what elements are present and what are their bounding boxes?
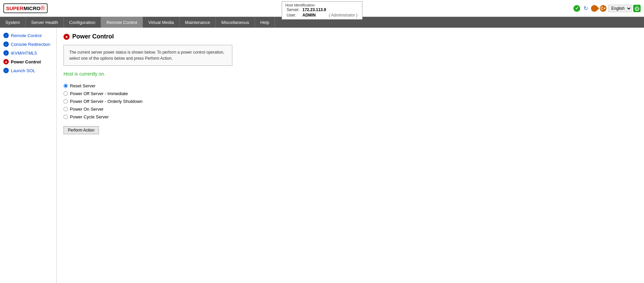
remote-control-icon: › [3,33,9,38]
radio-power-off-immediate-input[interactable] [63,91,68,96]
radio-power-on-input[interactable] [63,107,68,111]
perform-action-button[interactable]: Perform Action [63,126,99,134]
nav-system[interactable]: System [0,17,26,28]
main-layout: › Remote Control › Console Redirection ›… [0,28,644,283]
nav-miscellaneous[interactable]: Miscellaneous [216,17,255,28]
supermicro-logo: SUPERMICRO® [3,3,48,13]
sidebar-remote-control-label: Remote Control [11,33,42,38]
nav-help[interactable]: Help [255,17,275,28]
radio-power-cycle[interactable]: Power Cycle Server [63,114,637,119]
info-text: The current server power status is shown… [69,50,224,61]
nav-server-health[interactable]: Server Health [26,17,63,28]
page-title-icon: ● [63,34,70,40]
radio-power-on-label: Power On Server [70,107,104,112]
sidebar-console-label: Console Redirection [11,42,50,47]
nav-maintenance[interactable]: Maintenance [180,17,216,28]
host-id-title: Host Identification [285,3,359,7]
radio-power-cycle-input[interactable] [63,115,68,119]
radio-power-cycle-label: Power Cycle Server [70,114,109,119]
console-redirection-icon: › [3,41,9,47]
sidebar-item-console-redirection[interactable]: › Console Redirection [0,40,56,49]
power-button[interactable]: ⏻ [633,5,641,12]
host-status: Host is currently on. [63,71,637,77]
launch-sol-icon: › [3,68,9,73]
user-role: ( Administrator ) [328,12,359,18]
power-options-group: Reset Server Power Off Server - Immediat… [63,83,637,119]
cplus-icon: C+ [600,5,607,12]
sidebar-power-control-label: Power Control [11,59,41,64]
user-value: ADMIN [301,12,327,18]
radio-power-off-immediate[interactable]: Power Off Server - Immediate [63,91,637,96]
green-check-icon: ✓ [573,5,580,12]
leaf-icon [590,3,599,13]
radio-power-off-orderly-label: Power Off Server - Orderly Shutdown [70,99,143,104]
cplus-button[interactable]: C+ [599,5,607,12]
user-label: User: [285,12,301,18]
status-icon[interactable]: ✓ [573,5,581,12]
content-area: ● Power Control The current server power… [57,28,644,283]
header-right: ✓ ↻ C+ English ⏻ [573,5,641,12]
sidebar-launch-sol-label: Launch SOL [11,68,35,73]
page-title: Power Control [72,33,114,40]
logo-dot: ® [41,5,45,12]
sidebar: › Remote Control › Console Redirection ›… [0,28,57,283]
info-box: The current server power status is shown… [63,45,232,66]
radio-reset-server[interactable]: Reset Server [63,83,637,88]
radio-reset-server-input[interactable] [63,84,68,88]
radio-power-off-immediate-label: Power Off Server - Immediate [70,91,128,96]
server-label: Server: [285,7,301,12]
power-icon: ⏻ [633,5,641,12]
server-value: 172.23.113.9 [301,7,327,12]
radio-power-on-server[interactable]: Power On Server [63,107,637,112]
sidebar-item-power-control[interactable]: ● Power Control [0,57,56,66]
nav-configuration[interactable]: Configuration [64,17,101,28]
refresh-icon: ↻ [584,5,588,11]
host-identification: Host Identification Server: 172.23.113.9… [282,1,362,20]
nav-virtual-media[interactable]: Virtual Media [143,17,180,28]
language-select[interactable]: English [608,5,632,12]
sidebar-item-remote-control[interactable]: › Remote Control [0,31,56,40]
sidebar-item-ikvm[interactable]: › iKVM/HTML5 [0,49,56,57]
radio-reset-server-label: Reset Server [70,83,96,88]
leaf-button[interactable] [591,5,598,12]
radio-power-off-orderly-input[interactable] [63,99,68,104]
sidebar-ikvm-label: iKVM/HTML5 [11,51,37,56]
nav-remote-control[interactable]: Remote Control [101,17,143,28]
power-control-icon: ● [3,59,9,64]
sidebar-item-launch-sol[interactable]: › Launch SOL [0,66,56,75]
logo-super: SUPER [6,5,24,11]
page-title-area: ● Power Control [63,33,637,40]
refresh-button[interactable]: ↻ [582,5,589,12]
radio-power-off-orderly[interactable]: Power Off Server - Orderly Shutdown [63,99,637,104]
ikvm-icon: › [3,50,9,56]
logo-area: SUPERMICRO® [3,3,48,13]
logo-micro: MICRO [24,5,41,11]
